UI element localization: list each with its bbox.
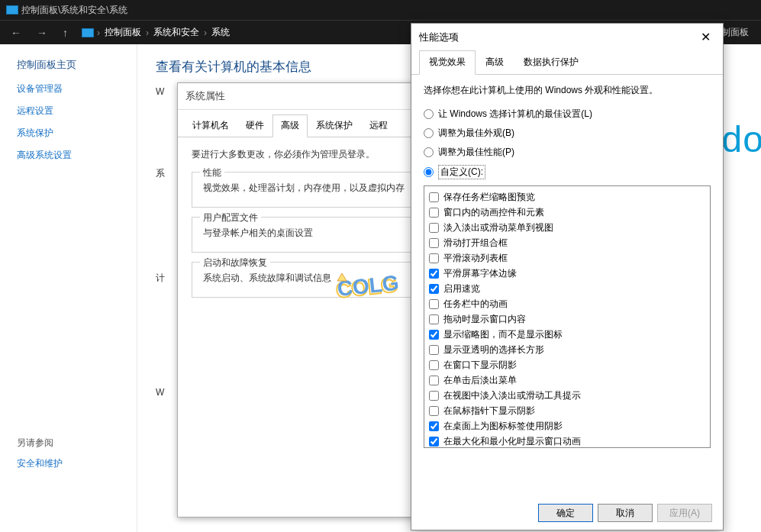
visual-effect-option[interactable]: 在鼠标指针下显示阴影	[429, 403, 705, 418]
ok-button[interactable]: 确定	[538, 504, 593, 522]
checkbox-label: 拖动时显示窗口内容	[443, 313, 526, 326]
visual-effect-option[interactable]: 在窗口下显示阴影	[429, 357, 705, 372]
visual-effect-option[interactable]: 滑动打开组合框	[429, 235, 705, 250]
checkbox-input[interactable]	[429, 223, 439, 233]
checkbox-label: 任务栏中的动画	[443, 298, 508, 311]
visual-effect-option[interactable]: 在桌面上为图标标签使用阴影	[429, 418, 705, 434]
checkbox-input[interactable]	[429, 253, 439, 263]
perf-radio-option[interactable]: 让 Windows 选择计算机的最佳设置(L)	[424, 108, 711, 121]
sysprops-tab[interactable]: 计算机名	[184, 114, 237, 137]
radio-label: 自定义(C):	[438, 165, 485, 179]
checkbox-label: 显示亚透明的选择长方形	[443, 343, 544, 356]
checkbox-input[interactable]	[429, 330, 439, 340]
visual-effect-option[interactable]: 显示亚透明的选择长方形	[429, 342, 705, 357]
see-also-header: 另请参阅	[17, 437, 120, 450]
visual-effect-option[interactable]: 显示缩略图，而不是显示图标	[429, 327, 705, 342]
cancel-button[interactable]: 取消	[598, 504, 653, 522]
radio-label: 调整为最佳性能(P)	[438, 146, 514, 159]
checkbox-input[interactable]	[429, 269, 439, 279]
perf-description: 选择你想在此计算机上使用的 Windows 外观和性能设置。	[424, 84, 711, 97]
visual-effect-option[interactable]: 任务栏中的动画	[429, 296, 705, 311]
checkbox-label: 在鼠标指针下显示阴影	[443, 405, 535, 418]
checkbox-input[interactable]	[429, 406, 439, 416]
checkbox-input[interactable]	[429, 391, 439, 401]
visual-effects-list[interactable]: 保存任务栏缩略图预览窗口内的动画控件和元素淡入淡出或滑动菜单到视图滑动打开组合框…	[424, 185, 711, 448]
checkbox-input[interactable]	[429, 437, 439, 447]
breadcrumb-seg[interactable]: 控制面板	[100, 26, 146, 39]
perfopts-tab[interactable]: 数据执行保护	[514, 50, 588, 74]
checkbox-label: 在最大化和最小化时显示窗口动画	[443, 435, 581, 448]
breadcrumb-seg[interactable]: 系统	[207, 26, 234, 39]
visual-effect-option[interactable]: 平滑屏幕字体边缘	[429, 266, 705, 281]
group-legend: 性能	[200, 166, 224, 179]
apply-button[interactable]: 应用(A)	[657, 504, 712, 522]
checkbox-label: 滑动打开组合框	[443, 237, 508, 250]
visual-effect-option[interactable]: 在单击后淡出菜单	[429, 372, 705, 388]
checkbox-label: 平滑屏幕字体边缘	[443, 267, 517, 280]
perfopts-tabs: 视觉效果高级数据执行保护	[411, 50, 723, 75]
up-button[interactable]: ↑	[58, 25, 73, 40]
checkbox-input[interactable]	[429, 238, 439, 248]
checkbox-label: 显示缩略图，而不是显示图标	[443, 328, 563, 341]
radio-input[interactable]	[424, 167, 434, 177]
visual-effect-option[interactable]: 在视图中淡入淡出或滑动工具提示	[429, 388, 705, 403]
dialog-title: 性能选项	[419, 31, 459, 44]
checkbox-label: 在视图中淡入淡出或滑动工具提示	[443, 389, 581, 402]
sidebar-item-security[interactable]: 安全和维护	[17, 457, 120, 470]
checkbox-input[interactable]	[429, 284, 439, 294]
group-legend: 用户配置文件	[200, 211, 261, 224]
visual-effect-option[interactable]: 平滑滚动列表框	[429, 250, 705, 266]
checkbox-input[interactable]	[429, 192, 439, 202]
checkbox-label: 启用速览	[443, 282, 480, 295]
sysprops-tab[interactable]: 硬件	[237, 114, 272, 137]
perf-radio-option[interactable]: 调整为最佳性能(P)	[424, 146, 711, 159]
checkbox-label: 在单击后淡出菜单	[443, 374, 517, 387]
brand-fragment: do	[722, 118, 761, 160]
sidebar-item-remote-settings[interactable]: 远程设置	[17, 105, 120, 118]
checkbox-input[interactable]	[429, 208, 439, 218]
checkbox-label: 在桌面上为图标标签使用阴影	[443, 420, 563, 433]
checkbox-input[interactable]	[429, 376, 439, 385]
visual-effect-option[interactable]: 保存任务栏缩略图预览	[429, 189, 705, 205]
checkbox-input[interactable]	[429, 345, 439, 355]
radio-input[interactable]	[424, 147, 434, 157]
breadcrumb-seg[interactable]: 系统和安全	[149, 26, 204, 39]
radio-label: 让 Windows 选择计算机的最佳设置(L)	[438, 108, 592, 121]
perf-radio-option[interactable]: 调整为最佳外观(B)	[424, 127, 711, 140]
forward-button[interactable]: →	[32, 25, 52, 40]
checkbox-input[interactable]	[429, 360, 439, 370]
checkbox-label: 窗口内的动画控件和元素	[443, 206, 544, 219]
checkbox-input[interactable]	[429, 421, 439, 431]
window-titlebar: 控制面板\系统和安全\系统	[0, 0, 761, 20]
group-legend: 启动和故障恢复	[200, 256, 270, 269]
sidebar-item-advanced-settings[interactable]: 高级系统设置	[17, 149, 120, 162]
visual-effect-option[interactable]: 启用速览	[429, 281, 705, 296]
radio-input[interactable]	[424, 109, 434, 119]
radio-input[interactable]	[424, 128, 434, 138]
sidebar-header[interactable]: 控制面板主页	[17, 58, 120, 72]
visual-effect-option[interactable]: 窗口内的动画控件和元素	[429, 205, 705, 220]
sidebar-item-system-protection[interactable]: 系统保护	[17, 127, 120, 140]
visual-effect-option[interactable]: 淡入淡出或滑动菜单到视图	[429, 220, 705, 235]
back-button[interactable]: ←	[6, 25, 26, 40]
sysprops-tab[interactable]: 高级	[272, 114, 308, 137]
radio-label: 调整为最佳外观(B)	[438, 127, 514, 140]
checkbox-label: 保存任务栏缩略图预览	[443, 191, 535, 204]
close-icon[interactable]: ✕	[696, 30, 715, 44]
checkbox-label: 淡入淡出或滑动菜单到视图	[443, 221, 553, 234]
sidebar: 控制面板主页 设备管理器 远程设置 系统保护 高级系统设置 另请参阅 安全和维护	[0, 44, 137, 532]
performance-options-dialog: 性能选项 ✕ 视觉效果高级数据执行保护 选择你想在此计算机上使用的 Window…	[411, 23, 724, 530]
sysprops-tab[interactable]: 系统保护	[308, 114, 361, 137]
perfopts-tab[interactable]: 视觉效果	[419, 50, 476, 75]
sidebar-item-device-manager[interactable]: 设备管理器	[17, 82, 120, 95]
visual-effect-option[interactable]: 拖动时显示窗口内容	[429, 311, 705, 327]
control-panel-icon	[82, 28, 94, 37]
perfopts-tab[interactable]: 高级	[476, 50, 514, 74]
perf-radio-option[interactable]: 自定义(C):	[424, 165, 711, 179]
window-title: 控制面板\系统和安全\系统	[21, 4, 127, 17]
checkbox-label: 在窗口下显示阴影	[443, 359, 517, 372]
visual-effect-option[interactable]: 在最大化和最小化时显示窗口动画	[429, 434, 705, 448]
sysprops-tab[interactable]: 远程	[361, 114, 396, 137]
checkbox-input[interactable]	[429, 299, 439, 309]
checkbox-input[interactable]	[429, 314, 439, 324]
